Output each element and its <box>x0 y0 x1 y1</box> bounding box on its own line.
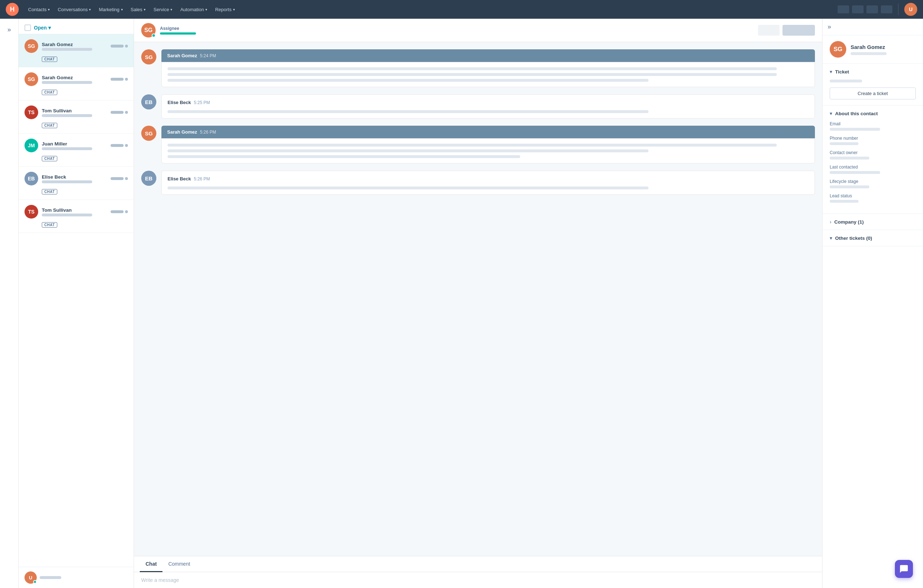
message-time: 5:26 PM <box>194 177 210 182</box>
avatar: SG <box>25 72 38 86</box>
status-dot <box>125 210 128 213</box>
nav-conversations[interactable]: Conversations ▾ <box>54 5 94 15</box>
nav-icon-btn-1[interactable] <box>838 5 849 13</box>
contact-avatar: SG <box>141 23 156 38</box>
status-dot <box>125 177 128 180</box>
chat-type-badge: CHAT <box>42 156 57 161</box>
chevron-down-icon: ▾ <box>48 8 50 11</box>
message-time: 5:24 PM <box>200 53 216 58</box>
chevron-down-icon: ▾ <box>89 8 91 11</box>
message-body <box>161 62 815 87</box>
user-avatar[interactable]: U <box>904 3 917 16</box>
ticket-section-header[interactable]: ▾ Ticket <box>823 64 923 78</box>
contact-name: Sarah Gomez <box>42 75 107 80</box>
contact-name: Elise Beck <box>42 174 107 180</box>
nav-automation[interactable]: Automation ▾ <box>177 5 211 15</box>
status-dot <box>125 144 128 147</box>
field-label-lifecycle: Lifecycle stage <box>830 179 916 184</box>
about-section-header[interactable]: ▾ About this contact <box>823 105 923 120</box>
chevron-down-icon: ▾ <box>121 8 123 11</box>
compose-area: Chat Comment Write a message <box>134 556 822 588</box>
conversation-item[interactable]: SG Sarah Gomez CHAT <box>19 34 134 67</box>
nav-sales[interactable]: Sales ▾ <box>127 5 149 15</box>
field-label-email: Email <box>830 121 916 126</box>
conversation-item[interactable]: TS Tom Sullivan CHAT <box>19 200 134 233</box>
message-sender: Elise Beck <box>168 176 191 182</box>
contact-name: Sarah Gomez <box>851 44 887 50</box>
create-ticket-button[interactable]: Create a ticket <box>830 87 916 99</box>
message-text-line <box>168 187 649 189</box>
tab-chat[interactable]: Chat <box>140 557 163 572</box>
field-value-email <box>830 128 880 131</box>
select-all-checkbox[interactable] <box>25 25 31 31</box>
hubspot-logo[interactable]: H <box>6 3 19 16</box>
message-snippet <box>42 114 92 117</box>
online-dot <box>152 33 156 38</box>
message-avatar: EB <box>141 171 156 186</box>
message-time: 5:25 PM <box>194 100 210 105</box>
chat-type-badge: CHAT <box>42 57 57 62</box>
message-snippet <box>42 48 92 51</box>
floating-chat-button[interactable] <box>895 560 913 578</box>
main-layout: » Open ▾ SG Sarah Gomez <box>0 19 923 588</box>
message-bubble: Sarah Gomez 5:24 PM <box>161 49 815 87</box>
conversation-item[interactable]: SG Sarah Gomez CHAT <box>19 67 134 100</box>
message-sender: Sarah Gomez <box>167 53 197 58</box>
message-bubble: Sarah Gomez 5:26 PM <box>161 126 815 164</box>
field-label-last-contacted: Last contacted <box>830 165 916 170</box>
conversation-item[interactable]: JM Juan Miller CHAT <box>19 134 134 167</box>
message-snippet <box>42 147 92 150</box>
conversation-item[interactable]: TS Tom Sullivan CHAT <box>19 100 134 134</box>
timestamp-pill <box>111 78 123 81</box>
status-dot <box>125 45 128 47</box>
collapse-right-panel-button[interactable]: » <box>828 23 831 31</box>
message-body: Elise Beck 5:25 PM <box>161 94 815 118</box>
action-button-2[interactable] <box>782 25 815 36</box>
nav-reports[interactable]: Reports ▾ <box>212 5 238 15</box>
conversation-item[interactable]: EB Elise Beck CHAT <box>19 167 134 200</box>
nav-menu: Contacts ▾ Conversations ▾ Marketing ▾ S… <box>25 5 838 15</box>
assignee-progress-bar <box>160 33 196 34</box>
nav-right-actions: U <box>838 3 917 16</box>
right-panel-collapse: » <box>823 19 923 35</box>
message-text-line <box>168 110 649 113</box>
action-button-1[interactable] <box>758 25 780 36</box>
nav-divider <box>898 3 898 15</box>
filter-open-button[interactable]: Open ▾ <box>34 25 51 31</box>
nav-icon-btn-4[interactable] <box>881 5 892 13</box>
other-tickets-section-title: Other tickets (0) <box>835 236 872 241</box>
message-block: EB Elise Beck 5:25 PM <box>141 94 815 118</box>
timestamp-pill <box>111 144 123 147</box>
message-block: EB Elise Beck 5:26 PM <box>141 171 815 195</box>
avatar: EB <box>25 172 38 185</box>
message-text-line <box>168 67 777 70</box>
message-avatar: EB <box>141 94 156 110</box>
nav-icon-btn-3[interactable] <box>866 5 878 13</box>
chevron-down-icon: ▾ <box>48 25 51 31</box>
contact-name: Tom Sullivan <box>42 108 107 113</box>
nav-contacts[interactable]: Contacts ▾ <box>25 5 53 15</box>
nav-icon-btn-2[interactable] <box>852 5 864 13</box>
message-input[interactable]: Write a message <box>134 572 822 588</box>
message-bubble: Elise Beck 5:26 PM <box>161 171 815 195</box>
header-actions <box>758 25 815 36</box>
timestamp-pill <box>111 177 123 180</box>
list-header: Open ▾ <box>19 19 134 34</box>
message-header-bar: Sarah Gomez 5:26 PM <box>161 126 815 138</box>
nav-marketing[interactable]: Marketing ▾ <box>95 5 126 15</box>
avatar: JM <box>25 139 38 152</box>
other-tickets-section[interactable]: ▾ Other tickets (0) <box>823 230 923 246</box>
chevron-down-icon: ▾ <box>171 8 172 11</box>
tab-comment[interactable]: Comment <box>163 557 196 572</box>
message-time: 5:26 PM <box>200 129 216 135</box>
nav-service[interactable]: Service ▾ <box>150 5 176 15</box>
message-avatar: SG <box>141 126 156 141</box>
company-section[interactable]: › Company (1) <box>823 214 923 230</box>
chat-type-badge: CHAT <box>42 123 57 128</box>
timestamp-pill <box>111 45 123 47</box>
collapse-sidebar-button[interactable]: » <box>6 25 12 35</box>
about-section-title: About this contact <box>835 111 878 116</box>
contact-name: Juan Miller <box>42 141 107 147</box>
conversation-list-panel: Open ▾ SG Sarah Gomez <box>19 19 134 588</box>
message-text-line <box>168 149 649 152</box>
